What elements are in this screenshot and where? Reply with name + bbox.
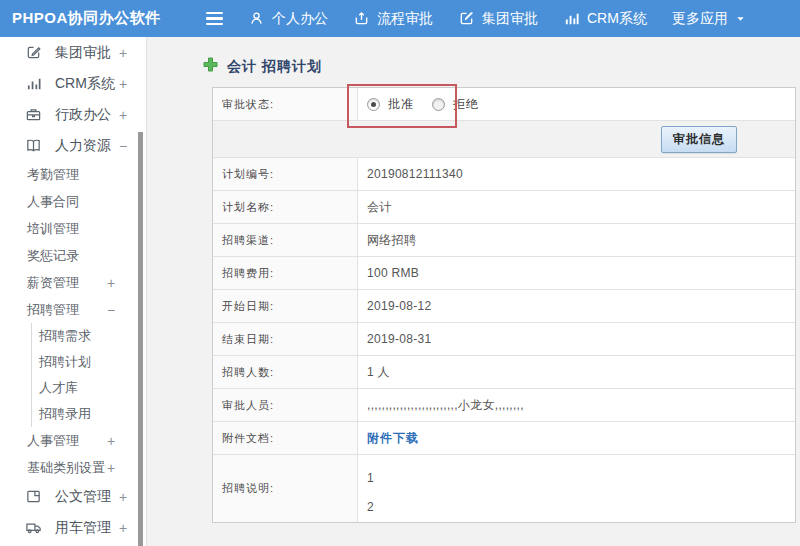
sidebar-item-label: 薪资管理 [27,274,79,292]
approval-info-button[interactable]: 审批信息 [661,126,737,153]
sidebar-item-recruit-plan[interactable]: 招聘计划 [32,349,146,375]
sidebar-item-label: 人才库 [39,379,78,397]
sidebar-item-base-category-settings[interactable]: 基础类别设置 + [0,454,146,481]
expand-icon[interactable]: + [107,275,115,291]
attachment-value: 附件下载 [358,422,795,454]
app-logo[interactable]: PHPOA协同办公软件 [0,9,198,28]
nav-personal-office[interactable]: 个人办公 [248,10,328,28]
menu-toggle-icon[interactable] [206,12,223,25]
nav-label: 更多应用 [672,10,728,28]
attachment-download-link[interactable]: 附件下载 [367,430,419,447]
form-row-approvers: 审批人员: ,,,,,,,,,,,,,,,,,,,,,,,,,小龙女,,,,,,… [213,389,795,422]
expand-icon[interactable]: + [119,489,127,505]
sidebar-item-personnel-mgmt[interactable]: 人事管理 + [0,427,146,454]
nav-label: 流程审批 [377,10,433,28]
field-label: 计划名称: [213,191,358,223]
sidebar-item-vehicle-mgmt[interactable]: 用车管理 + [0,512,146,543]
sidebar-item-label: 招聘需求 [39,327,91,345]
expand-icon[interactable]: + [107,460,115,476]
book-icon [25,137,43,155]
expand-icon[interactable]: + [119,107,127,123]
nav-more-apps[interactable]: 更多应用 [672,10,746,28]
sidebar-scrollbar[interactable] [138,132,143,546]
collapse-icon[interactable]: − [107,302,115,318]
sidebar-item-label: 培训管理 [27,220,79,238]
bar-chart-icon [25,75,43,93]
sidebar-item-label: 公文管理 [55,488,111,506]
nav-label: CRM系统 [587,10,647,28]
field-label: 招聘渠道: [213,224,358,256]
sidebar-item-recruit-demand[interactable]: 招聘需求 [32,323,146,349]
radio-reject[interactable]: 拒绝 [432,96,479,113]
description-line: 2 [367,493,795,522]
sidebar-item-label: 奖惩记录 [27,247,79,265]
sidebar-item-training-mgmt[interactable]: 培训管理 [0,215,146,242]
nav-label: 集团审批 [482,10,538,28]
sidebar-item-recruit-mgmt[interactable]: 招聘管理 − [0,296,146,323]
page-title: 会计 招聘计划 [227,58,322,76]
collapse-icon[interactable]: − [119,138,127,154]
field-label: 结束日期: [213,323,358,355]
field-value: 100 RMB [358,257,795,289]
sidebar-item-hr-contract[interactable]: 人事合同 [0,188,146,215]
form-row-recruit-cost: 招聘费用: 100 RMB [213,257,795,290]
sidebar-item-label: 行政办公 [55,106,111,124]
expand-icon[interactable]: + [107,433,115,449]
recruit-plan-form: 审批状态: 批准 拒绝 审批信息 [212,87,796,523]
radio-reject-circle[interactable] [432,98,445,111]
edit-square-icon [25,44,43,62]
field-value: 20190812111340 [358,158,795,190]
edit-square-icon [458,10,475,27]
sidebar-item-document-mgmt[interactable]: 公文管理 + [0,481,146,512]
description-line: 1 [367,464,795,493]
radio-approve-label: 批准 [388,96,414,113]
sidebar-item-salary-mgmt[interactable]: 薪资管理 + [0,269,146,296]
field-value: 1 人 [358,356,795,388]
form-row-start-date: 开始日期: 2019-08-12 [213,290,795,323]
page: PHPOA协同办公软件 个人办公 流程审批 集团审批 CRM系统 更多应用 [0,0,800,546]
expand-icon[interactable]: + [119,76,127,92]
form-row-headcount: 招聘人数: 1 人 [213,356,795,389]
nav-process-approval[interactable]: 流程审批 [353,10,433,28]
expand-icon[interactable]: + [119,45,127,61]
nav-label: 个人办公 [272,10,328,28]
radio-reject-label: 拒绝 [453,96,479,113]
sidebar-item-talent-pool[interactable]: 人才库 [32,375,146,401]
caret-down-icon [735,13,746,24]
add-icon [203,57,218,76]
field-value: 2019-08-31 [358,323,795,355]
sidebar: 集团审批 + CRM系统 + 行政办公 + 人力资源 − 考勤管理 [0,37,147,546]
sidebar-item-label: 集团审批 [55,44,111,62]
sidebar-item-label: 人事合同 [27,193,79,211]
form-row-end-date: 结束日期: 2019-08-31 [213,323,795,356]
sidebar-item-recruit-hire[interactable]: 招聘录用 [32,401,146,427]
radio-approve-circle[interactable] [367,98,380,111]
form-row-button: 审批信息 [213,121,795,158]
sidebar-item-label: CRM系统 [55,75,115,93]
recruit-submenu: 招聘需求 招聘计划 人才库 招聘录用 [31,323,146,427]
sidebar-item-attendance-mgmt[interactable]: 考勤管理 [0,161,146,188]
sidebar-item-crm-system[interactable]: CRM系统 + [0,68,146,99]
sidebar-item-reward-punishment[interactable]: 奖惩记录 [0,242,146,269]
nav-group-approval[interactable]: 集团审批 [458,10,538,28]
sidebar-item-group-approval[interactable]: 集团审批 + [0,37,146,68]
sidebar-item-human-resources[interactable]: 人力资源 − [0,130,146,161]
field-value: 2019-08-12 [358,290,795,322]
nav-crm-system[interactable]: CRM系统 [563,10,647,28]
form-row-plan-number: 计划编号: 20190812111340 [213,158,795,191]
briefcase-icon [25,106,43,124]
sidebar-item-label: 考勤管理 [27,166,79,184]
sidebar-item-label: 用车管理 [55,519,111,537]
field-label: 招聘费用: [213,257,358,289]
field-label: 审批人员: [213,389,358,421]
field-label: 开始日期: [213,290,358,322]
expand-icon[interactable]: + [119,520,127,536]
form-row-approval-status: 审批状态: 批准 拒绝 [213,88,795,121]
topbar: PHPOA协同办公软件 个人办公 流程审批 集团审批 CRM系统 更多应用 [0,0,800,37]
sidebar-item-admin-office[interactable]: 行政办公 + [0,99,146,130]
sidebar-item-label: 人力资源 [55,137,111,155]
form-row-attachment: 附件文档: 附件下载 [213,422,795,455]
radio-approve[interactable]: 批准 [367,96,414,113]
sidebar-item-label: 招聘管理 [27,301,79,319]
sidebar-item-label: 基础类别设置 [27,459,105,477]
